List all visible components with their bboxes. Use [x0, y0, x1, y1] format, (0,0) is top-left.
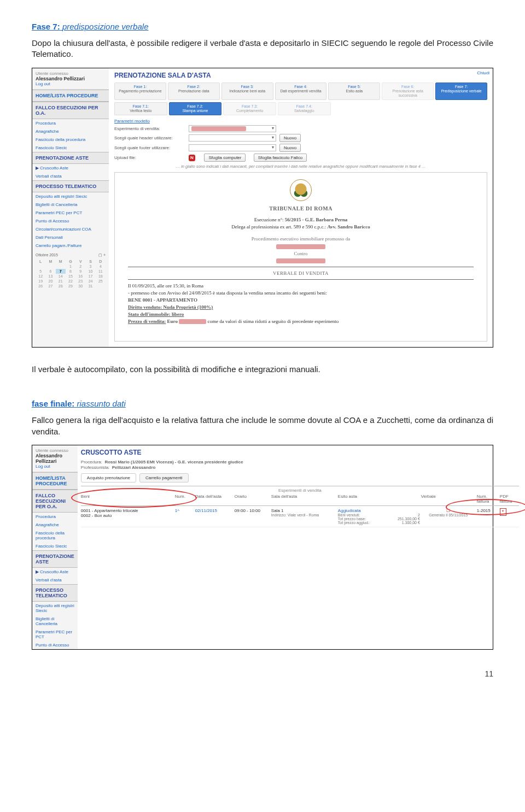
- nav-prenotazione-header-2: PRENOTAZIONE ASTE: [32, 550, 78, 568]
- step-4[interactable]: Fase 4:Dati esperimenti vendita: [275, 83, 327, 100]
- nav-fascicolo-siecic-2[interactable]: Fascicolo Siecic: [32, 542, 78, 550]
- sfoglia-computer-button[interactable]: Sfoglia computer: [204, 154, 246, 162]
- step-3-num: Fase 3:: [241, 85, 253, 89]
- doc-prezzo-suf: come da valori di stima ridotti a seguit…: [207, 319, 339, 324]
- sidebar-2: Utente connesso Alessandro Pellizzari Lo…: [32, 445, 78, 649]
- nav-home-2[interactable]: HOME/LISTA PROCEDURE: [32, 472, 78, 490]
- step-3[interactable]: Fase 3:Indicazione beni asta: [221, 83, 273, 100]
- header-nuovo-button[interactable]: Nuovo: [279, 134, 301, 142]
- nav-circolari[interactable]: Circolari/comunicazioni COA: [32, 225, 109, 233]
- user-name-2: Alessandro Pellizzari: [36, 453, 74, 464]
- nav-anagrafiche[interactable]: Anagrafiche: [32, 127, 109, 136]
- logout-link[interactable]: Log out: [36, 81, 106, 86]
- nav-fallco-header-2: FALLCO ESECUZIONI PER O.A.: [32, 490, 78, 513]
- mid-paragraph: Il verbale è autocompilato, con la possi…: [32, 364, 493, 375]
- step-2[interactable]: Fase 2:Prenotazione data: [168, 83, 220, 100]
- cell-sala: Sala 1 Indirizzo: Viale verdi - Roma: [271, 508, 337, 517]
- nav-carrello[interactable]: Carrello pagam./Fatture: [32, 242, 109, 250]
- substep-7-2[interactable]: Fase 7.2:Stampa unione: [169, 102, 222, 115]
- tab-carrello[interactable]: Carrello pagamenti: [139, 473, 189, 483]
- wizard-steps: Fase 1:Pagamento prenotazione Fase 2:Pre…: [114, 83, 487, 100]
- screenshot-cruscotto: Utente connesso Alessandro Pellizzari Lo…: [32, 445, 493, 650]
- calendar-grid[interactable]: LMMGVSD 1234 567891011 12131415161718 19…: [36, 259, 106, 289]
- doc-verbale-title: VERBALE DI VENDITA: [128, 270, 474, 276]
- procedura-label: Procedura:: [81, 460, 102, 464]
- nav-cruscotto-aste-2[interactable]: ▶Cruscotto Aste: [32, 568, 78, 576]
- upload-badge-icon: N: [189, 155, 195, 161]
- nav-cruscotto-label-2: Cruscotto Aste: [40, 569, 68, 574]
- nav-anagrafiche-2[interactable]: Anagrafiche: [32, 521, 78, 529]
- nav-procedura-2[interactable]: Procedura: [32, 513, 78, 521]
- cell-sala-name: Sala 1: [271, 508, 337, 513]
- step-5[interactable]: Fase 5:Esito asta: [328, 83, 380, 100]
- substep-7-2-num: Fase 7.2:: [187, 104, 203, 108]
- annotation-ellipse-right: [446, 499, 525, 515]
- nav-verbali[interactable]: Verbali d'asta: [32, 172, 109, 180]
- footer-nuovo-button[interactable]: Nuovo: [279, 144, 301, 152]
- step-6-title: Prenotazione asta successiva: [393, 89, 423, 97]
- step-1[interactable]: Fase 1:Pagamento prenotazione: [114, 83, 166, 100]
- nav-procedura[interactable]: Procedura: [32, 119, 109, 127]
- nav-parametri-pec[interactable]: Parametri PEC per PCT: [32, 209, 109, 217]
- step-1-title: Pagamento prenotazione: [119, 89, 161, 93]
- close-link[interactable]: Chiudi: [477, 70, 489, 75]
- nav-punto-accesso-2[interactable]: Punto di Accesso: [32, 641, 78, 649]
- nav-parametri-pec-2[interactable]: Parametri PEC per PCT: [32, 628, 78, 641]
- doc-bene: BENE 0001 - APPARTAMENTO: [128, 297, 197, 303]
- doc-prezzo-euro: Euro: [167, 319, 178, 324]
- nav-cruscotto-aste[interactable]: ▶Cruscotto Aste: [32, 164, 109, 172]
- cell-beni-1: 0001 - Appartamento trilocale: [81, 508, 174, 513]
- section-7-label: Fase 7:: [32, 22, 60, 31]
- main-panel: Chiudi PRENOTAZIONE SALA D'ASTA Fase 1:P…: [109, 68, 493, 348]
- procedura-line: Procedura: Rossi Mario (1/2005 EMt Vicen…: [81, 460, 519, 464]
- cell-data[interactable]: 02/11/2015: [195, 508, 234, 513]
- cell-num[interactable]: 1^: [175, 508, 194, 513]
- nav-punto-accesso[interactable]: Punto di Accesso: [32, 217, 109, 225]
- document-preview[interactable]: TRIBUNALE DI ROMA Esecuzione n°: 56/2015…: [114, 172, 487, 342]
- esito-val-3: 1.300,00 €: [402, 521, 420, 525]
- header-select[interactable]: [189, 134, 276, 142]
- doc-delega-label: Delega al professionista ex art. 589 e 5…: [231, 224, 326, 230]
- professionista-label: Professionista:: [81, 465, 109, 470]
- final-label: fase finale:: [32, 399, 74, 408]
- section-7-heading: Fase 7: predisposizione verbale: [32, 22, 493, 31]
- nav-biglietti[interactable]: Biglietti di Cancelleria: [32, 201, 109, 209]
- nav-fascicolo-procedura[interactable]: Fascicolo della procedura: [32, 136, 109, 144]
- footer-label: Scegli quale footer utilizzare:: [114, 145, 185, 150]
- tabs: Acquisto prenotazione Carrello pagamenti: [81, 473, 519, 483]
- doc-prezzo-pref: Prezzo di vendita:: [128, 319, 166, 324]
- col-esito: Esito asta: [338, 494, 420, 499]
- substep-7-3: Fase 7.3:Completamento: [223, 102, 276, 115]
- doc-stato: Stato dell'immobile: libero: [128, 311, 184, 317]
- doc-delega: Delega al professionista ex art. 589 e 5…: [128, 224, 474, 230]
- nav-cruscotto-label: Cruscotto Aste: [40, 166, 68, 170]
- calendar-widget[interactable]: Ottobre 2015▢ + LMMGVSD 1234 567891011 1…: [32, 250, 109, 292]
- nav-dati-personali[interactable]: Dati Personali: [32, 233, 109, 242]
- nav-fascicolo-procedura-2[interactable]: Fascicolo della procedura: [32, 529, 78, 542]
- footer-select[interactable]: [189, 144, 276, 151]
- substep-7-1[interactable]: Fase 7.1:Verifica testo: [114, 102, 167, 115]
- sfoglia-fallco-button[interactable]: Sfoglia fascicolo Fallco: [254, 154, 307, 162]
- nav-biglietti-2[interactable]: Biglietti di Cancelleria: [32, 615, 78, 628]
- esperimento-select[interactable]: [189, 125, 276, 132]
- nav-fascicolo-siecic[interactable]: Fascicolo Siecic: [32, 144, 109, 152]
- step-7[interactable]: Fase 7:Predisposizione verbale: [435, 83, 487, 100]
- cell-esito-status[interactable]: Aggiudicata: [338, 508, 420, 513]
- parametri-modello-link[interactable]: Parametri modello: [114, 119, 150, 123]
- doc-esec-val: 56/2015 - G.E. Barbara Perna: [285, 217, 348, 222]
- user-name: Alessandro Pellizzari: [36, 76, 106, 81]
- nav-home[interactable]: HOME/LISTA PROCEDURE: [32, 90, 109, 102]
- nav-deposito[interactable]: Deposito atti registri Siecic: [32, 192, 109, 201]
- logout-link-2[interactable]: Log out: [36, 464, 74, 469]
- step-6: Fase 6:Prenotazione asta successiva: [382, 83, 434, 100]
- calendar-controls-icon[interactable]: ▢ +: [98, 253, 106, 257]
- doc-diritto: Diritto venduto: Nuda Proprietà (100%): [128, 304, 213, 310]
- step-6-num: Fase 6:: [401, 85, 414, 89]
- tab-acquisto[interactable]: Acquisto prenotazione: [81, 473, 136, 483]
- nav-verbali-2[interactable]: Verbali d'asta: [32, 576, 78, 584]
- calendar-month: Ottobre 2015: [36, 253, 58, 257]
- final-title: riassunto dati: [77, 399, 126, 408]
- nav-deposito-2[interactable]: Deposito atti registri Siecic: [32, 602, 78, 615]
- page-title-2: CRUSCOTTO ASTE: [81, 448, 519, 460]
- col-sala: Sala dell'asta: [271, 494, 337, 499]
